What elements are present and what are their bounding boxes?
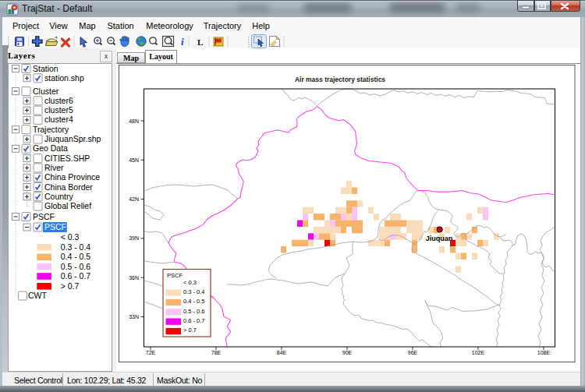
svg-text:0.6 - 0.7: 0.6 - 0.7	[61, 271, 91, 281]
svg-text:Global Relief: Global Relief	[44, 201, 91, 210]
svg-text:45N: 45N	[129, 157, 139, 163]
svg-text:0.5 - 0.6: 0.5 - 0.6	[183, 308, 205, 315]
svg-text:CITIES.SHP: CITIES.SHP	[44, 154, 90, 163]
svg-text:China Border: China Border	[44, 182, 93, 192]
svg-text:cluster6: cluster6	[44, 96, 73, 105]
svg-text:0.3 - 0.4: 0.3 - 0.4	[183, 288, 205, 295]
svg-text:0.4 - 0.5: 0.4 - 0.5	[183, 298, 205, 305]
svg-text:0.3 - 0.4: 0.3 - 0.4	[61, 242, 91, 252]
svg-text:Jiuquan: Jiuquan	[426, 235, 453, 242]
svg-text:< 0.3: < 0.3	[61, 232, 80, 242]
svg-text:33N: 33N	[129, 314, 139, 320]
svg-text:JiuquanSpr.shp: JiuquanSpr.shp	[44, 134, 101, 143]
svg-text:> 0.7: > 0.7	[183, 327, 197, 334]
svg-text:102E: 102E	[472, 350, 485, 355]
svg-text:0.6 - 0.7: 0.6 - 0.7	[183, 317, 205, 324]
svg-text:PSCF: PSCF	[44, 222, 66, 231]
svg-text:> 0.7: > 0.7	[61, 281, 80, 291]
svg-text:CWT: CWT	[28, 291, 47, 300]
svg-text:cluster4: cluster4	[44, 115, 73, 124]
svg-text:108E: 108E	[537, 350, 551, 355]
svg-text:River: River	[44, 163, 64, 172]
svg-text:72E: 72E	[146, 350, 156, 355]
svg-text:42N: 42N	[129, 196, 139, 202]
svg-text:< 0.3: < 0.3	[183, 279, 197, 286]
svg-text:Station: Station	[33, 64, 58, 73]
svg-text:96E: 96E	[408, 350, 418, 355]
svg-text:Country: Country	[44, 192, 74, 201]
svg-text:90E: 90E	[342, 350, 353, 355]
svg-text:48N: 48N	[129, 118, 139, 124]
svg-text:cluster5: cluster5	[44, 105, 73, 115]
svg-text:i: i	[181, 36, 184, 48]
svg-text:Air mass trajectory statistics: Air mass trajectory statistics	[295, 76, 385, 83]
svg-text:36N: 36N	[129, 275, 139, 281]
svg-text:PSCF: PSCF	[167, 272, 183, 279]
svg-text:station.shp: station.shp	[44, 73, 84, 83]
svg-text:PSCF: PSCF	[33, 212, 55, 221]
svg-text:0.4 - 0.5: 0.4 - 0.5	[61, 252, 91, 261]
svg-text:China Province: China Province	[44, 172, 100, 182]
svg-text:Trajectory: Trajectory	[33, 125, 69, 134]
svg-text:0.5 - 0.6: 0.5 - 0.6	[61, 262, 91, 271]
svg-text:L: L	[197, 37, 203, 47]
svg-text:Geo Data: Geo Data	[33, 143, 68, 153]
svg-text:84E: 84E	[277, 350, 287, 355]
svg-text:78E: 78E	[211, 350, 222, 355]
svg-text:39N: 39N	[129, 235, 139, 241]
svg-text:Cluster: Cluster	[33, 87, 59, 96]
